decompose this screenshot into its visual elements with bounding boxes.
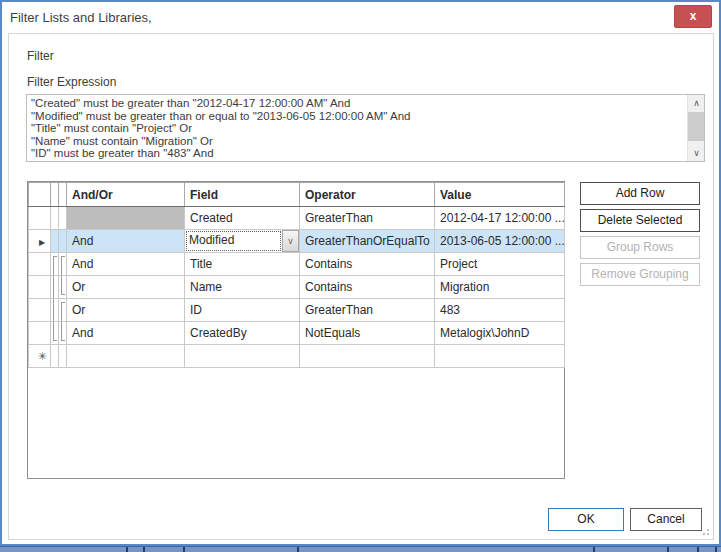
- column-header-value[interactable]: Value: [435, 183, 565, 207]
- filter-expression-box[interactable]: "Created" must be greater than "2012-04-…: [26, 94, 705, 162]
- cancel-button[interactable]: Cancel: [630, 508, 702, 531]
- background-column-tick: [667, 547, 669, 552]
- operator-cell[interactable]: [300, 345, 435, 368]
- expression-line: "Created" must be greater than "2012-04-…: [31, 97, 684, 110]
- group-bracket: [53, 299, 57, 321]
- new-row-icon: ✳: [37, 350, 46, 362]
- andor-cell[interactable]: And: [67, 230, 185, 253]
- row-selector[interactable]: ▶: [29, 230, 51, 253]
- close-button[interactable]: x: [674, 5, 712, 28]
- dialog-title: Filter Lists and Libraries,: [10, 10, 152, 25]
- content-panel: Filter Filter Expression "Created" must …: [8, 33, 714, 540]
- table-row: Created GreaterThan 2012-04-17 12:00:00 …: [29, 207, 565, 230]
- group-cell: [59, 230, 67, 253]
- field-cell[interactable]: ID: [185, 299, 300, 322]
- chevron-down-icon: ∨: [287, 237, 294, 246]
- value-cell[interactable]: Metalogix\JohnD: [435, 322, 565, 345]
- field-dropdown-button[interactable]: ∨: [282, 230, 299, 252]
- group-cell: [51, 322, 59, 345]
- operator-cell[interactable]: GreaterThan: [300, 207, 435, 230]
- background-column-tick: [126, 547, 128, 552]
- column-header-field[interactable]: Field: [185, 183, 300, 207]
- titlebar[interactable]: Filter Lists and Libraries, x: [2, 2, 719, 33]
- operator-cell[interactable]: GreaterThan: [300, 299, 435, 322]
- field-cell[interactable]: Name: [185, 276, 300, 299]
- row-selector[interactable]: [29, 322, 51, 345]
- group-bracket: [61, 322, 65, 341]
- table-row: And Title Contains Project: [29, 253, 565, 276]
- value-cell[interactable]: [435, 345, 565, 368]
- table-row: And CreatedBy NotEquals Metalogix\JohnD: [29, 322, 565, 345]
- new-row-selector[interactable]: ✳: [29, 345, 51, 368]
- andor-cell: [67, 207, 185, 230]
- andor-cell[interactable]: And: [67, 253, 185, 276]
- row-selector[interactable]: [29, 299, 51, 322]
- scrollbar-thumb[interactable]: [688, 112, 705, 141]
- operator-cell[interactable]: Contains: [300, 276, 435, 299]
- filter-grid: And/Or Field Operator Value Created Grea…: [27, 181, 565, 479]
- row-selector[interactable]: [29, 253, 51, 276]
- background-column-tick: [297, 547, 299, 552]
- expression-line: "Modified" must be greater than or equal…: [31, 110, 684, 123]
- group-cell: [59, 276, 67, 299]
- table-row: Or ID GreaterThan 483: [29, 299, 565, 322]
- group-cell: [59, 345, 67, 368]
- background-window-strip: [0, 546, 721, 552]
- field-combobox[interactable]: Modified ∨: [185, 230, 299, 252]
- group-cell: [51, 230, 59, 253]
- operator-cell[interactable]: GreaterThanOrEqualTo: [300, 230, 435, 253]
- filter-section-label: Filter: [27, 49, 54, 63]
- operator-cell[interactable]: Contains: [300, 253, 435, 276]
- background-column-tick: [143, 547, 145, 552]
- andor-cell[interactable]: Or: [67, 299, 185, 322]
- field-combobox-value[interactable]: Modified: [186, 231, 281, 251]
- andor-cell[interactable]: [67, 345, 185, 368]
- row-selector[interactable]: [29, 207, 51, 230]
- expression-line: "Name" must contain "Migration" Or: [31, 135, 684, 148]
- group-rows-button[interactable]: Group Rows: [580, 236, 700, 259]
- group-cell: [51, 253, 59, 276]
- value-cell[interactable]: Migration: [435, 276, 565, 299]
- group-bracket: [61, 256, 65, 275]
- table-row-selected: ▶ And Modified ∨ GreaterThanOrEqualTo 20…: [29, 230, 565, 253]
- group-bracket: [53, 276, 57, 298]
- column-header-andor[interactable]: And/Or: [67, 183, 185, 207]
- table-row-new: ✳: [29, 345, 565, 368]
- group-bracket: [53, 256, 57, 275]
- group-cell: [51, 207, 59, 230]
- filter-grid-table: And/Or Field Operator Value Created Grea…: [28, 182, 565, 368]
- table-row: Or Name Contains Migration: [29, 276, 565, 299]
- operator-cell[interactable]: NotEquals: [300, 322, 435, 345]
- expression-scrollbar[interactable]: ∧ ∨: [687, 95, 704, 161]
- header-row-selector: [29, 183, 51, 207]
- background-column-tick: [183, 547, 185, 552]
- group-cell: [59, 299, 67, 322]
- field-cell[interactable]: [185, 345, 300, 368]
- scroll-down-icon[interactable]: ∨: [688, 145, 705, 161]
- remove-grouping-button[interactable]: Remove Grouping: [580, 263, 700, 286]
- resize-grip[interactable]: [699, 525, 709, 535]
- add-row-button[interactable]: Add Row: [580, 182, 700, 205]
- value-cell[interactable]: 2013-06-05 12:00:00 ...: [435, 230, 565, 253]
- field-cell[interactable]: Created: [185, 207, 300, 230]
- group-cell: [51, 345, 59, 368]
- field-cell[interactable]: CreatedBy: [185, 322, 300, 345]
- ok-button[interactable]: OK: [548, 508, 624, 531]
- filter-dialog: Filter Lists and Libraries, x Filter Fil…: [0, 0, 721, 546]
- grid-header-row: And/Or Field Operator Value: [29, 183, 565, 207]
- field-cell-editor: Modified ∨: [185, 230, 300, 253]
- delete-selected-rows-button[interactable]: Delete Selected Rows: [580, 209, 700, 232]
- value-cell[interactable]: 483: [435, 299, 565, 322]
- value-cell[interactable]: Project: [435, 253, 565, 276]
- andor-cell[interactable]: Or: [67, 276, 185, 299]
- scroll-up-icon[interactable]: ∧: [688, 95, 705, 111]
- field-cell[interactable]: Title: [185, 253, 300, 276]
- header-group-b: [59, 183, 67, 207]
- group-cell: [59, 207, 67, 230]
- current-row-arrow-icon: ▶: [39, 238, 45, 247]
- value-cell[interactable]: 2012-04-17 12:00:00 ...: [435, 207, 565, 230]
- group-bracket: [61, 302, 65, 321]
- andor-cell[interactable]: And: [67, 322, 185, 345]
- column-header-operator[interactable]: Operator: [300, 183, 435, 207]
- row-selector[interactable]: [29, 276, 51, 299]
